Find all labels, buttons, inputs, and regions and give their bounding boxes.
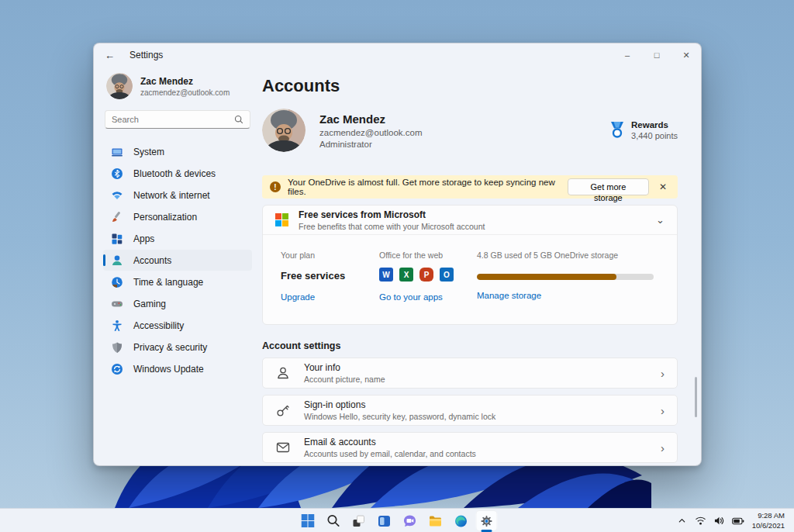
window-title: Settings <box>129 50 163 60</box>
free-services-details: Your plan Free services Upgrade Office f… <box>263 235 677 324</box>
word-icon: W <box>379 268 393 282</box>
system-icon <box>111 146 123 158</box>
search-box[interactable] <box>105 110 250 129</box>
search-icon <box>234 115 243 124</box>
chevron-down-icon[interactable]: ⌄ <box>656 214 665 226</box>
sidebar-item-personalization[interactable]: Personalization <box>103 206 252 227</box>
sidebar-profile[interactable]: Zac Mendez zacmendez@outlook.com <box>103 68 252 105</box>
taskbar-chat-button[interactable] <box>399 510 421 531</box>
email-accounts-row[interactable]: Email & accounts Accounts used by email,… <box>262 432 678 463</box>
edge-icon <box>454 514 468 528</box>
account-settings-heading: Account settings <box>262 340 678 351</box>
powerpoint-icon: P <box>419 268 433 282</box>
warning-icon: ! <box>270 181 281 192</box>
taskbar-edge-button[interactable] <box>451 510 472 531</box>
storage-label: 4.8 GB used of 5 GB OneDrive storage <box>477 250 654 260</box>
office-app-icons: W X P O <box>379 268 468 282</box>
free-services-card: Free services from Microsoft Free benefi… <box>262 205 678 325</box>
office-label: Office for the web <box>379 250 468 260</box>
storage-progress-fill <box>477 274 616 280</box>
your-info-row[interactable]: Your info Account picture, name › <box>262 358 678 389</box>
chat-icon <box>403 514 417 528</box>
titlebar: ← Settings – □ ✕ <box>94 43 701 67</box>
sidebar-item-system[interactable]: System <box>103 141 252 162</box>
chevron-right-icon: › <box>661 404 665 417</box>
maximize-button[interactable]: □ <box>642 43 671 67</box>
sidebar-user-name: Zac Mendez <box>140 76 230 87</box>
sidebar-item-gaming[interactable]: Gaming <box>103 293 252 314</box>
banner-close-icon[interactable]: ✕ <box>656 181 670 192</box>
sidebar-item-apps[interactable]: Apps <box>103 228 252 249</box>
system-tray: 9:28 AM 10/6/2021 <box>675 509 789 532</box>
manage-storage-link[interactable]: Manage storage <box>477 291 654 300</box>
office-column: Office for the web W X P O Go to your ap… <box>379 235 468 302</box>
go-to-your-apps-link[interactable]: Go to your apps <box>379 292 468 302</box>
clock-icon <box>111 276 123 288</box>
plan-label: Your plan <box>281 250 366 260</box>
sidebar-item-accessibility[interactable]: Accessibility <box>103 315 252 336</box>
free-services-subtitle: Free benefits that come with your Micros… <box>299 222 485 231</box>
shield-icon <box>111 341 123 354</box>
avatar <box>106 73 133 99</box>
scrollbar[interactable] <box>695 377 697 417</box>
sidebar-item-windows-update[interactable]: Windows Update <box>103 358 252 379</box>
accessibility-icon <box>111 320 123 332</box>
envelope-icon <box>275 440 291 455</box>
get-more-storage-button[interactable]: Get more storage <box>568 178 649 195</box>
taskbar: 9:28 AM 10/6/2021 <box>0 508 794 532</box>
battery-tray-icon[interactable] <box>730 513 746 529</box>
taskbar-clock[interactable]: 9:28 AM 10/6/2021 <box>749 511 789 530</box>
rewards-medal-icon <box>609 121 625 140</box>
sidebar-item-accounts[interactable]: Accounts <box>103 250 252 271</box>
rewards-points: 3,440 points <box>631 131 678 140</box>
wifi-tray-icon[interactable] <box>693 513 709 529</box>
volume-tray-icon[interactable] <box>712 513 727 529</box>
sidebar-item-bluetooth-devices[interactable]: Bluetooth & devices <box>103 163 252 184</box>
search-input[interactable] <box>112 115 234 124</box>
page-title: Accounts <box>262 76 678 96</box>
rewards-block[interactable]: Rewards 3,440 points <box>609 120 678 140</box>
chevron-right-icon: › <box>661 367 665 380</box>
bluetooth-icon <box>111 168 123 180</box>
task-view-icon <box>352 514 366 528</box>
taskbar-settings-button[interactable] <box>476 510 498 531</box>
sign-in-options-row[interactable]: Sign-in options Windows Hello, security … <box>262 395 678 426</box>
taskbar-widgets-button[interactable] <box>374 510 395 531</box>
widgets-icon <box>378 514 392 528</box>
taskbar-start-button[interactable] <box>297 510 319 531</box>
sidebar-user-email: zacmendez@outlook.com <box>140 88 230 97</box>
key-icon <box>275 402 291 418</box>
settings-gear-icon <box>480 514 494 528</box>
minimize-button[interactable]: – <box>613 43 642 67</box>
free-services-header[interactable]: Free services from Microsoft Free benefi… <box>263 206 677 235</box>
main-content: Accounts <box>258 67 701 465</box>
upgrade-link[interactable]: Upgrade <box>281 292 366 302</box>
taskbar-search-button[interactable] <box>323 510 344 531</box>
gamepad-icon <box>111 298 123 310</box>
account-profile: Zac Mendez zacmendez@outlook.com Adminis… <box>262 109 678 152</box>
sidebar-item-privacy-security[interactable]: Privacy & security <box>103 337 252 358</box>
back-arrow-icon[interactable]: ← <box>105 50 122 61</box>
account-avatar <box>262 109 306 152</box>
account-role: Administrator <box>319 140 423 149</box>
rewards-label: Rewards <box>631 120 678 130</box>
start-icon <box>301 514 314 527</box>
sidebar: Zac Mendez zacmendez@outlook.com System <box>94 67 258 465</box>
taskbar-file-explorer-button[interactable] <box>425 510 447 531</box>
excel-icon: X <box>399 268 413 282</box>
sidebar-item-time-language[interactable]: Time & language <box>103 271 252 292</box>
microsoft-logo-icon <box>275 213 288 226</box>
tray-date: 10/6/2021 <box>752 521 785 530</box>
chevron-right-icon: › <box>661 441 665 454</box>
tray-chevron-icon[interactable] <box>675 513 690 529</box>
plan-column: Your plan Free services Upgrade <box>281 235 366 302</box>
close-button[interactable]: ✕ <box>671 43 701 67</box>
sidebar-item-network-internet[interactable]: Network & internet <box>103 185 252 206</box>
wifi-icon <box>111 189 123 202</box>
banner-message: Your OneDrive is almost full. Get more s… <box>288 178 561 196</box>
taskbar-task-view-button[interactable] <box>348 510 370 531</box>
storage-progress-bar <box>477 274 654 280</box>
update-icon <box>111 363 123 375</box>
accounts-icon <box>111 254 123 267</box>
outlook-icon: O <box>440 268 454 282</box>
